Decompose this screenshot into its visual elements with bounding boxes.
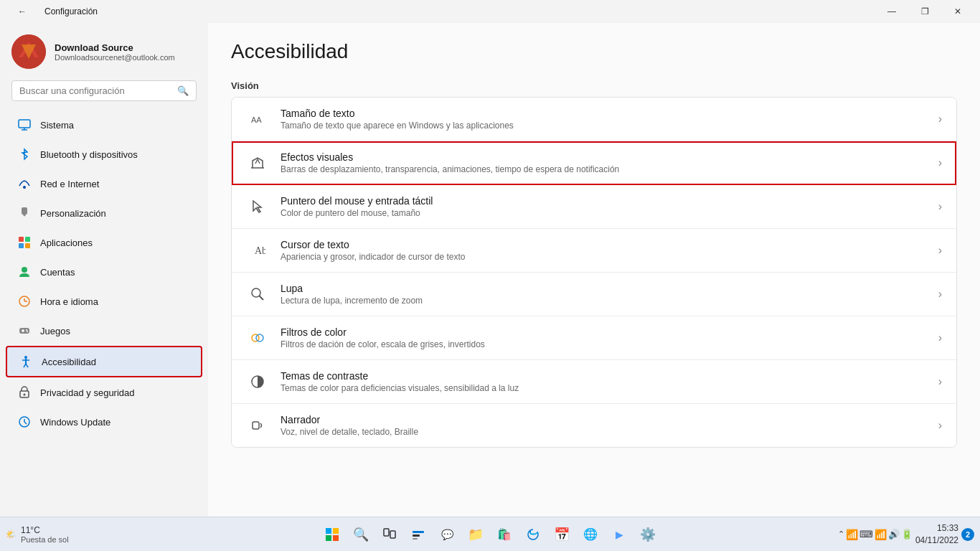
item-subtitle-puntero-mouse: Color de puntero del mouse, tamaño	[281, 208, 927, 218]
sidebar-item-hora[interactable]: Hora e idioma	[6, 287, 202, 316]
item-text-filtros-color: Filtros de color Filtros de dación de co…	[281, 326, 927, 349]
avatar	[11, 34, 46, 69]
sidebar-item-cuentas[interactable]: Cuentas	[6, 258, 202, 286]
settings-item-efectos-visuales[interactable]: Efectos visuales Barras de desplazamient…	[232, 141, 956, 185]
item-text-lupa: Lupa Lectura de lupa, incremento de zoom	[281, 283, 927, 306]
chevron-right-icon: ›	[938, 200, 942, 213]
taskbar-right: ⌃ 📶 ⌨ 📶 🔊 🔋 15:33 04/11/2022 2	[831, 522, 974, 547]
battery-icon[interactable]: 🔋	[901, 529, 913, 540]
svg-rect-42	[333, 535, 339, 541]
bluetooth-icon[interactable]: 📶	[846, 529, 858, 540]
wifi-icon[interactable]: 📶	[875, 529, 887, 540]
brush-icon	[17, 206, 32, 220]
item-title-efectos-visuales: Efectos visuales	[281, 151, 927, 163]
edge-button[interactable]	[520, 522, 546, 547]
system-tray: ⌃ 📶 ⌨ 📶 🔊 🔋	[838, 529, 913, 540]
item-subtitle-temas-contraste: Temas de color para deficiencias visuale…	[281, 383, 927, 393]
narrator-icon	[246, 414, 269, 437]
start-button[interactable]	[319, 522, 345, 547]
settings-item-narrador[interactable]: Narrador Voz, nivel de detalle, teclado,…	[232, 404, 956, 447]
sidebar-item-label: Hora e idioma	[40, 296, 98, 307]
task-view-button[interactable]	[377, 522, 402, 547]
profile-section: Download Source Downloadsourcenet@outloo…	[0, 23, 208, 77]
chevron-right-icon: ›	[938, 288, 942, 301]
sidebar-item-label: Cuentas	[40, 267, 75, 278]
search-input[interactable]	[19, 85, 171, 96]
sidebar-item-sistema[interactable]: Sistema	[6, 110, 202, 139]
svg-point-33	[252, 288, 260, 297]
sidebar-item-label: Juegos	[40, 326, 70, 336]
network-icon	[17, 176, 32, 191]
keyboard-icon[interactable]: ⌨	[859, 529, 873, 540]
sidebar-item-label: Personalización	[40, 208, 106, 219]
chrome-button[interactable]: 🌐	[578, 522, 603, 547]
close-button[interactable]: ✕	[941, 0, 974, 23]
teams-button[interactable]: 💬	[434, 522, 460, 547]
sidebar-item-bluetooth[interactable]: Bluetooth y dispositivos	[6, 140, 202, 169]
search-taskbar-button[interactable]: 🔍	[348, 522, 374, 547]
item-subtitle-efectos-visuales: Barras de desplazamiento, transparencia,…	[281, 164, 927, 174]
content-area: Accesibilidad Visión AA Tamaño de texto …	[208, 23, 980, 517]
item-title-filtros-color: Filtros de color	[281, 326, 927, 338]
svg-rect-40	[333, 528, 339, 534]
svg-point-22	[24, 356, 27, 359]
store-button[interactable]: 🛍️	[491, 522, 517, 547]
sidebar-item-personalizacion[interactable]: Personalización	[6, 199, 202, 227]
visual-effects-icon	[246, 151, 269, 174]
chevron-right-icon: ›	[938, 331, 942, 344]
sidebar-item-accesibilidad[interactable]: Accesibilidad	[6, 346, 202, 377]
settings-list: AA Tamaño de texto Tamaño de texto que a…	[231, 97, 957, 448]
svg-rect-8	[22, 207, 27, 215]
settings-item-tamano-texto[interactable]: AA Tamaño de texto Tamaño de texto que a…	[232, 98, 956, 141]
settings-button[interactable]: ⚙️	[635, 522, 661, 547]
item-text-narrador: Narrador Voz, nivel de detalle, teclado,…	[281, 414, 927, 437]
clock: 15:33	[915, 522, 958, 534]
item-subtitle-filtros-color: Filtros de dación de color, escala de gr…	[281, 339, 927, 349]
svg-rect-46	[413, 534, 420, 537]
search-box[interactable]: 🔍	[11, 80, 197, 101]
chevron-up-icon[interactable]: ⌃	[838, 529, 844, 539]
svg-point-13	[22, 267, 27, 273]
item-subtitle-cursor-texto: Apariencia y grosor, indicador de cursor…	[281, 252, 927, 262]
date: 04/11/2022	[915, 534, 958, 547]
notification-badge[interactable]: 2	[961, 528, 974, 541]
sidebar-item-juegos[interactable]: Juegos	[6, 316, 202, 345]
sidebar-item-red[interactable]: Red e Internet	[6, 169, 202, 198]
item-title-puntero-mouse: Puntero del mouse y entrada táctil	[281, 195, 927, 207]
file-explorer-button[interactable]: 📁	[463, 522, 489, 547]
calendar-button[interactable]: 📅	[549, 522, 575, 547]
widgets-button[interactable]	[405, 522, 431, 547]
settings-item-puntero-mouse[interactable]: Puntero del mouse y entrada táctil Color…	[232, 185, 956, 229]
sidebar-item-label: Sistema	[40, 120, 74, 131]
maximize-button[interactable]: ❐	[908, 0, 941, 23]
title-bar: ← Configuración — ❐ ✕	[0, 0, 980, 23]
svg-rect-10	[25, 237, 30, 242]
volume-icon[interactable]: 🔊	[888, 529, 900, 540]
svg-line-25	[24, 364, 26, 367]
clock-icon	[17, 294, 32, 309]
settings-item-temas-contraste[interactable]: Temas de contraste Temas de color para d…	[232, 360, 956, 404]
user-icon	[17, 265, 32, 279]
sidebar-item-windowsupdate[interactable]: Windows Update	[6, 408, 202, 436]
settings-item-filtros-color[interactable]: Filtros de color Filtros de dación de co…	[232, 316, 956, 360]
svg-rect-41	[326, 535, 331, 541]
terminal-button[interactable]: ▶	[606, 522, 632, 547]
sidebar-item-privacidad[interactable]: Privacidad y seguridad	[6, 378, 202, 407]
minimize-button[interactable]: —	[875, 0, 908, 23]
text-cursor-icon: Ab	[246, 239, 269, 262]
back-button[interactable]: ←	[6, 0, 39, 23]
item-subtitle-narrador: Voz, nivel de detalle, teclado, Braille	[281, 427, 927, 437]
svg-rect-11	[19, 243, 24, 248]
sidebar-item-aplicaciones[interactable]: Aplicaciones	[6, 228, 202, 257]
sidebar-item-label: Windows Update	[40, 417, 110, 428]
item-text-cursor-texto: Cursor de texto Apariencia y grosor, ind…	[281, 239, 927, 262]
item-text-tamano-texto: Tamaño de texto Tamaño de texto que apar…	[281, 108, 927, 131]
svg-text:Ab: Ab	[255, 245, 265, 256]
update-icon	[17, 415, 32, 429]
svg-rect-4	[19, 120, 30, 128]
item-title-temas-contraste: Temas de contraste	[281, 370, 927, 382]
time-display[interactable]: 15:33 04/11/2022	[915, 522, 958, 547]
title-bar-controls: — ❐ ✕	[875, 0, 974, 23]
settings-item-cursor-texto[interactable]: Ab Cursor de texto Apariencia y grosor, …	[232, 229, 956, 273]
settings-item-lupa[interactable]: Lupa Lectura de lupa, incremento de zoom…	[232, 273, 956, 316]
